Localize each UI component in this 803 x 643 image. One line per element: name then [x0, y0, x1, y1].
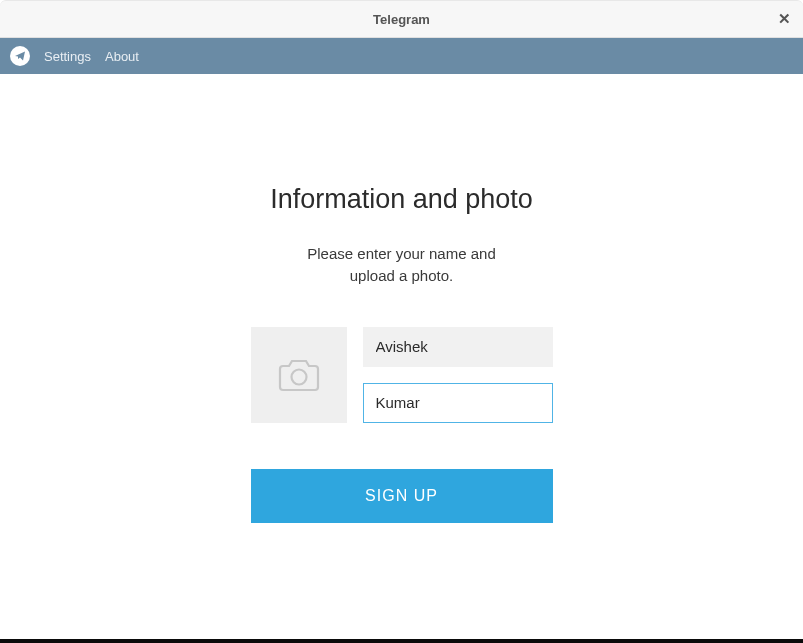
subtext-line1: Please enter your name and — [307, 245, 495, 262]
menu-about[interactable]: About — [105, 49, 139, 64]
name-fields — [363, 327, 553, 423]
form-row — [251, 327, 553, 423]
menu-settings[interactable]: Settings — [44, 49, 91, 64]
window-title: Telegram — [373, 12, 430, 27]
page-subtext: Please enter your name and upload a phot… — [307, 243, 495, 287]
app-menubar: Settings About — [0, 38, 803, 74]
first-name-input[interactable] — [363, 327, 553, 367]
subtext-line2: upload a photo. — [350, 267, 453, 284]
signup-form: Information and photo Please enter your … — [0, 74, 803, 523]
last-name-input[interactable] — [363, 383, 553, 423]
telegram-icon — [10, 46, 30, 66]
close-icon[interactable]: ✕ — [778, 10, 791, 28]
signup-button[interactable]: SIGN UP — [251, 469, 553, 523]
bottom-border — [0, 639, 803, 643]
window-titlebar: Telegram ✕ — [0, 0, 803, 38]
camera-icon — [277, 356, 321, 394]
photo-upload[interactable] — [251, 327, 347, 423]
svg-point-0 — [291, 369, 306, 384]
page-heading: Information and photo — [270, 184, 533, 215]
